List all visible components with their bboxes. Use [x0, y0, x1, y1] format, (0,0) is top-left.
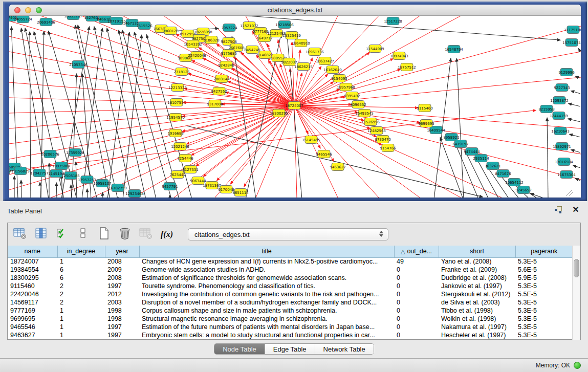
graph-node[interactable]: 9129996 [558, 69, 575, 76]
graph-node[interactable]: 8454749 [244, 46, 260, 54]
graph-node[interactable]: 7625442 [169, 171, 185, 179]
graph-node[interactable]: 9242848 [218, 61, 234, 69]
tab-node-table[interactable]: Node Table [214, 344, 265, 354]
table-cell-pagerank[interactable]: 5.3E-5 [515, 331, 573, 339]
column-header-short[interactable]: short [439, 246, 515, 257]
graph-node[interactable]: 8730470 [375, 136, 390, 143]
table-cell-out_degree[interactable]: 0 [394, 331, 439, 339]
table-cell-out_degree[interactable]: 0 [394, 282, 439, 290]
table-cell-year[interactable]: 2008 [105, 257, 139, 266]
table-cell-title[interactable]: Corpus callosum shape and size in male p… [139, 307, 394, 315]
graph-node[interactable]: 9395492 [344, 92, 360, 100]
table-cell-in_degree[interactable]: 1 [57, 315, 105, 323]
graph-node[interactable]: 18757512 [398, 63, 416, 71]
table-cell-pagerank[interactable]: 5.3E-5 [515, 323, 573, 331]
table-cell-in_degree[interactable]: 1 [57, 331, 105, 339]
graph-node[interactable]: 17016504 [555, 158, 573, 166]
graph-node[interactable]: 12517228 [384, 17, 402, 25]
table-cell-year[interactable]: 2012 [105, 290, 139, 298]
vertical-scrollbar[interactable] [572, 246, 580, 340]
new-table-button[interactable] [97, 227, 111, 242]
graph-node[interactable]: 15751074 [562, 39, 581, 47]
table-cell-title[interactable]: Estimation of significance thresholds fo… [139, 274, 394, 282]
graph-node[interactable]: 20206576 [41, 150, 59, 158]
function-builder-button[interactable]: f(x) [160, 227, 174, 242]
table-cell-short[interactable]: Dudbridge et al. (2008) [439, 274, 515, 282]
table-row[interactable]: 946362711997Embryonic stem cells: a mode… [8, 331, 573, 339]
graph-node[interactable]: 12093872 [550, 97, 569, 104]
graph-node[interactable]: 9154093 [331, 75, 347, 82]
table-cell-name[interactable]: 9699695 [8, 315, 57, 323]
graph-node[interactable]: 11175108 [564, 26, 581, 34]
table-cell-title[interactable]: Embryonic stem cells: a model to study s… [139, 331, 394, 339]
table-cell-name[interactable]: 9777169 [8, 307, 57, 315]
graph-node[interactable]: 12444159 [550, 112, 568, 120]
delete-table-button[interactable] [118, 227, 132, 242]
float-panel-button[interactable] [554, 206, 563, 214]
table-row[interactable]: 1938455462009Genome-wide association stu… [8, 266, 573, 274]
graph-node[interactable]: 11526996 [361, 118, 380, 126]
graph-node[interactable]: 8427552 [211, 87, 227, 95]
table-cell-pagerank[interactable]: 5.3E-5 [515, 257, 573, 266]
graph-node[interactable]: 19218506 [275, 21, 294, 29]
table-cell-out_degree[interactable]: 0 [394, 274, 439, 282]
table-cell-title[interactable]: Tourette syndrome. Phenomenology and cla… [139, 282, 394, 290]
column-header-out_degree[interactable]: △out_de... [394, 246, 439, 257]
graph-node[interactable]: 9227343 [554, 84, 570, 92]
graph-node[interactable]: 9457791 [162, 183, 178, 190]
table-cell-in_degree[interactable]: 1 [57, 307, 105, 315]
column-header-year[interactable]: year [105, 246, 139, 257]
table-row[interactable]: 1456911722003Disruption of a novel membe… [8, 298, 573, 307]
column-header-name[interactable]: name [8, 246, 57, 257]
table-cell-short[interactable]: Nakamura et al. (1997) [439, 323, 515, 331]
tab-edge-table[interactable]: Edge Table [265, 344, 315, 354]
graph-node[interactable]: 2718126 [173, 68, 190, 76]
table-row[interactable]: 1872400712008Changes of HCN gene express… [8, 257, 573, 266]
table-cell-name[interactable]: 22420046 [8, 290, 57, 298]
table-cell-short[interactable]: Yano et al. (2008) [439, 257, 515, 266]
graph-node[interactable]: 21053346 [69, 61, 88, 69]
show-columns-button[interactable] [34, 227, 48, 242]
graph-node[interactable]: 18957968 [337, 83, 355, 91]
graph-node[interactable]: 7254446 [177, 155, 193, 162]
table-cell-out_degree[interactable]: 0 [394, 323, 439, 331]
table-row[interactable]: 911546021997Tourette syndrome. Phenomeno… [8, 282, 573, 290]
graph-node[interactable]: 16548794 [445, 46, 463, 53]
table-cell-title[interactable]: Genome-wide association studies in ADHD. [139, 266, 394, 274]
graph-node[interactable]: 7632621 [485, 162, 500, 170]
table-cell-pagerank[interactable]: 5.3E-5 [515, 315, 573, 323]
table-row[interactable]: 969969511998Structural magnetic resonanc… [8, 315, 573, 323]
graph-node[interactable]: 2803144 [213, 75, 230, 83]
row-selection-button[interactable] [55, 227, 69, 242]
table-cell-title[interactable]: Estimation of the future numbers of pati… [139, 323, 394, 331]
table-cell-year[interactable]: 2009 [105, 266, 139, 274]
graph-node[interactable]: 9860126 [162, 27, 179, 35]
table-cell-year[interactable]: 1998 [105, 307, 139, 315]
graph-node[interactable]: 9699695 [418, 120, 434, 127]
table-cell-year[interactable]: 1998 [105, 315, 139, 323]
table-cell-year[interactable]: 2003 [105, 298, 139, 307]
table-cell-out_degree[interactable]: 0 [394, 307, 439, 315]
table-cell-title[interactable]: Changes of HCN gene expression and I(f) … [139, 257, 394, 266]
graph-node[interactable]: 8127331 [182, 166, 198, 173]
table-cell-in_degree[interactable]: 2 [57, 282, 105, 290]
graph-node[interactable]: 8471676 [495, 170, 511, 178]
table-cell-name[interactable]: 9463627 [8, 331, 57, 339]
graph-node[interactable]: 9154766 [380, 144, 396, 152]
table-cell-out_degree[interactable]: 0 [394, 266, 439, 274]
graph-node[interactable]: 16961736 [306, 48, 324, 56]
table-cell-short[interactable]: Jankovic et al. (1997) [439, 282, 515, 290]
table-cell-title[interactable]: Disruption of a novel member of a sodium… [139, 298, 394, 307]
graph-node[interactable]: 9170048 [218, 186, 234, 193]
graph-node[interactable]: 24055724 [14, 16, 32, 23]
table-cell-name[interactable]: 19384554 [8, 266, 57, 274]
graph-node[interactable]: 8215958 [538, 105, 554, 113]
citation-network-graph[interactable]: 1667403724055724206914061065328715276026… [9, 16, 581, 198]
graph-node[interactable]: 9175685 [221, 50, 236, 57]
table-cell-out_degree[interactable]: 49 [394, 257, 439, 266]
graph-node[interactable]: 12021246 [171, 143, 189, 150]
table-row[interactable]: 946554611997Estimation of the future num… [8, 323, 573, 331]
column-header-in_degree[interactable]: in_degree [57, 246, 105, 257]
graph-node[interactable]: 9317004 [207, 100, 223, 108]
graph-node[interactable]: 9245652 [515, 186, 531, 194]
